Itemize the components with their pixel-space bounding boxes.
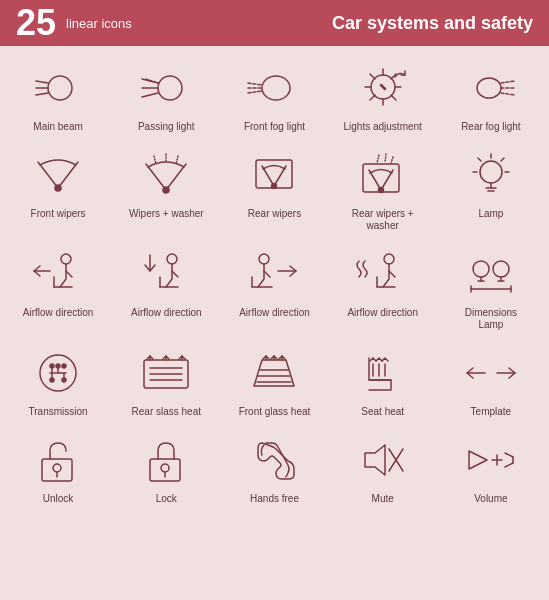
- icon-transmission: Transmission: [4, 337, 112, 424]
- icon-label: Airflow direction: [23, 307, 94, 319]
- icon-airflow-direction-1: Airflow direction: [4, 238, 112, 337]
- svg-point-61: [56, 364, 60, 368]
- icon-label: Mute: [372, 493, 394, 505]
- svg-line-7: [142, 93, 158, 97]
- svg-point-39: [61, 254, 71, 264]
- svg-marker-86: [469, 451, 487, 469]
- svg-point-43: [259, 254, 269, 264]
- icon-rear-fog-light: Rear fog light: [437, 52, 545, 139]
- icon-label: Airflow direction: [239, 307, 310, 319]
- icon-template: Template: [437, 337, 545, 424]
- svg-point-63: [50, 378, 54, 382]
- icon-label: Rear fog light: [461, 121, 520, 133]
- svg-line-28: [385, 154, 386, 162]
- svg-line-10: [248, 83, 262, 85]
- svg-point-46: [473, 261, 489, 277]
- svg-point-4: [158, 76, 182, 100]
- header-title: Car systems and safety: [332, 13, 533, 34]
- icon-label: Front wipers: [31, 208, 86, 220]
- icon-label: Lamp: [478, 208, 503, 220]
- icon-label: Lock: [156, 493, 177, 505]
- svg-line-15: [501, 81, 515, 83]
- svg-point-19: [163, 187, 169, 193]
- icon-label: Main beam: [33, 121, 82, 133]
- icon-airflow-direction-3: Airflow direction: [220, 238, 328, 337]
- icon-hands-free: Hands free: [220, 424, 328, 511]
- icon-lock: Lock: [112, 424, 220, 511]
- icon-lights-adjustment: Lights adjustment: [329, 52, 437, 139]
- svg-line-12: [248, 91, 262, 93]
- icon-label: Front fog light: [244, 121, 305, 133]
- svg-line-29: [391, 157, 393, 163]
- icon-label: Volume: [474, 493, 507, 505]
- header-number: 25: [16, 5, 56, 41]
- icon-rear-glass-heat: Rear slass heat: [112, 337, 220, 424]
- icon-label: Wipers + washer: [129, 208, 204, 220]
- svg-line-27: [377, 155, 379, 163]
- svg-line-3: [36, 93, 48, 95]
- icon-label: Hands free: [250, 493, 299, 505]
- icon-wipers-washer: Wipers + washer: [112, 139, 220, 238]
- svg-line-36: [501, 158, 504, 161]
- svg-point-60: [50, 364, 54, 368]
- icon-front-wipers: Front wipers: [4, 139, 112, 238]
- svg-marker-83: [365, 445, 385, 475]
- svg-line-91: [505, 463, 513, 467]
- icon-seat-heat: Seat heat: [329, 337, 437, 424]
- svg-line-89: [505, 453, 513, 457]
- icon-rear-wipers-washer: Rear wipers + washer: [329, 139, 437, 238]
- header: 25 linear icons Car systems and safety: [0, 0, 549, 46]
- icon-passing-light: Passing light: [112, 52, 220, 139]
- icon-front-glass-heat: Front glass heat: [220, 337, 328, 424]
- svg-line-35: [478, 158, 481, 161]
- icon-main-beam: Main beam: [4, 52, 112, 139]
- icon-airflow-direction-2: Airflow direction: [112, 238, 220, 337]
- svg-point-9: [262, 76, 290, 100]
- icon-label: Lights adjustment: [344, 121, 422, 133]
- svg-line-22: [176, 156, 178, 164]
- icon-label: Passing light: [138, 121, 195, 133]
- icon-label: Seat heat: [361, 406, 404, 418]
- svg-point-18: [55, 185, 61, 191]
- svg-point-45: [384, 254, 394, 264]
- icon-label: Rear wipers + washer: [343, 208, 423, 232]
- icon-label: Dimensions Lamp: [451, 307, 531, 331]
- svg-point-26: [378, 188, 383, 193]
- svg-point-0: [48, 76, 72, 100]
- svg-point-30: [480, 161, 502, 183]
- icon-label: Airflow direction: [131, 307, 202, 319]
- svg-point-62: [62, 364, 66, 368]
- icon-label: Template: [471, 406, 512, 418]
- icon-lamp: Lamp: [437, 139, 545, 238]
- icon-mute: Mute: [329, 424, 437, 511]
- icon-label: Rear wipers: [248, 208, 301, 220]
- icon-label: Airflow direction: [347, 307, 418, 319]
- icon-grid: Main beam Passing light Front fog light: [0, 46, 549, 517]
- svg-point-49: [493, 261, 509, 277]
- icon-unlock: Unlock: [4, 424, 112, 511]
- icon-dimensions-lamp: Dimensions Lamp: [437, 238, 545, 337]
- svg-line-1: [36, 81, 48, 83]
- icon-airflow-direction-4: Airflow direction: [329, 238, 437, 337]
- icon-front-fog-light: Front fog light: [220, 52, 328, 139]
- icon-label: Front glass heat: [239, 406, 311, 418]
- icon-volume: Volume: [437, 424, 545, 511]
- svg-point-24: [272, 184, 277, 189]
- icon-label: Rear slass heat: [132, 406, 201, 418]
- icon-label: Unlock: [43, 493, 74, 505]
- svg-point-64: [62, 378, 66, 382]
- svg-line-20: [154, 156, 156, 164]
- svg-point-14: [477, 78, 501, 98]
- icon-rear-wipers: Rear wipers: [220, 139, 328, 238]
- svg-point-78: [53, 464, 61, 472]
- svg-line-17: [501, 93, 515, 95]
- svg-point-81: [161, 464, 169, 472]
- header-subtitle: linear icons: [66, 16, 332, 31]
- svg-point-41: [167, 254, 177, 264]
- icon-label: Transmission: [29, 406, 88, 418]
